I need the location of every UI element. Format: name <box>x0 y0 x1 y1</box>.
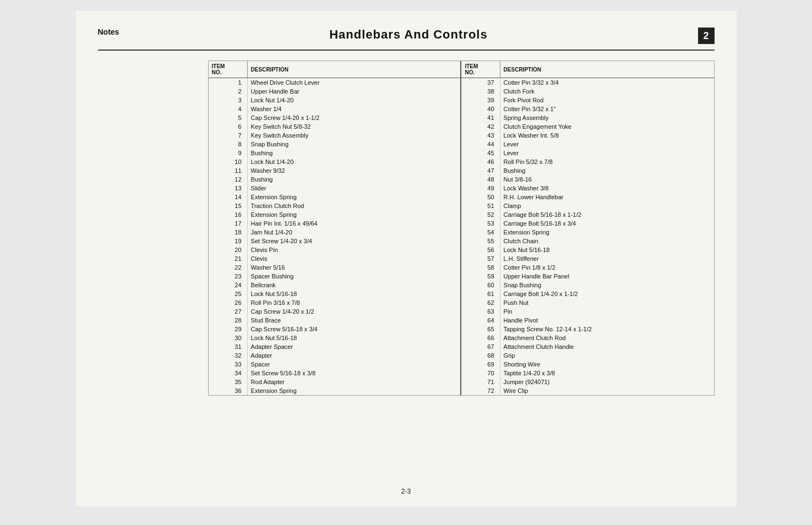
desc-right: Shorting Wire <box>500 360 713 369</box>
desc-left: Hair Pin Int. 1/16 x 49/64 <box>247 219 461 228</box>
item-no-left: 31 <box>209 342 248 351</box>
desc-right: Upper Handle Bar Panel <box>500 272 713 281</box>
col-description: DESCRIPTION <box>247 61 461 78</box>
table-row: 2 Upper Handle Bar 38 Clutch Fork <box>209 87 714 96</box>
desc-right: Roll Pin 5/32 x 7/8 <box>500 157 713 166</box>
item-no-right: 64 <box>461 316 500 325</box>
table-row: 22 Washer 5/16 58 Cotter Pin 1/8 x 1/2 <box>209 263 714 272</box>
desc-left: Slider <box>247 184 461 193</box>
desc-left: Adapter Spacer <box>247 342 461 351</box>
item-no-left: 11 <box>209 166 248 175</box>
table-row: 14 Extension Spring 50 R.H. Lower Handle… <box>209 193 714 201</box>
table-row: 24 Bellcrank 60 Snap Bushing <box>209 281 714 289</box>
item-no-left: 35 <box>209 378 248 386</box>
table-row: 36 Extension Spring 72 Wire Clip <box>209 386 714 395</box>
desc-right: Jumper (924071) <box>500 378 713 386</box>
desc-left: Lock Nut 5/16-18 <box>247 333 461 342</box>
item-no-right: 55 <box>461 237 500 245</box>
section-badge: 2 <box>698 28 715 44</box>
item-no-right: 44 <box>461 140 500 149</box>
desc-left: Cap Screw 5/16-18 x 3/4 <box>247 325 461 333</box>
page-title: Handlebars And Controls <box>119 28 697 42</box>
desc-left: Lock Nut 1/4-20 <box>247 96 461 105</box>
item-no-right: 48 <box>461 175 500 184</box>
item-no-right: 50 <box>461 193 500 201</box>
item-no-right: 60 <box>461 281 500 289</box>
desc-right: Clutch Engagement Yoke <box>500 122 713 131</box>
table-row: 13 Slider 49 Lock Washer 3/8 <box>209 184 714 193</box>
desc-right: Fork Pivot Rod <box>500 96 713 105</box>
table-row: 29 Cap Screw 5/16-18 x 3/4 65 Tapping Sc… <box>209 325 714 333</box>
item-no-left: 12 <box>209 175 248 184</box>
desc-right: Carriage Bolt 5/16-18 x 3/4 <box>500 219 713 228</box>
table-row: 19 Set Screw 1/4-20 x 3/4 55 Clutch Chai… <box>209 237 714 245</box>
desc-right: Nut 3/8-16 <box>500 175 713 184</box>
desc-right: Lock Washer Int. 5/8 <box>500 131 713 140</box>
item-no-right: 65 <box>461 325 500 333</box>
desc-right: Clutch Chain <box>500 237 713 245</box>
desc-left: Snap Bushing <box>247 140 461 149</box>
item-no-left: 6 <box>209 122 248 131</box>
desc-left: Lock Nut 1/4-20 <box>247 157 461 166</box>
desc-right: Lever <box>500 140 713 149</box>
desc-left: Rod Adapter <box>247 378 461 386</box>
left-notes <box>98 61 208 396</box>
item-no-left: 20 <box>209 245 248 254</box>
item-no-left: 16 <box>209 210 248 219</box>
item-no-left: 26 <box>209 298 248 307</box>
col-description-2: DESCRIPTION <box>500 61 713 78</box>
item-no-left: 27 <box>209 307 248 316</box>
desc-right: Lock Nut 5/16-18 <box>500 245 713 254</box>
item-no-right: 57 <box>461 254 500 263</box>
table-header-row: ITEMNO. DESCRIPTION ITEMNO. DESCRIPTION <box>209 61 714 78</box>
item-no-left: 15 <box>209 201 248 210</box>
page-header: Notes Handlebars And Controls 2 <box>98 28 715 51</box>
item-no-left: 36 <box>209 386 248 395</box>
desc-right: Cotter Pin 3/32 x 1" <box>500 105 713 113</box>
table-row: 23 Spacer Bushing 59 Upper Handle Bar Pa… <box>209 272 714 281</box>
table-row: 26 Roll Pin 3/16 x 7/8 62 Push Nut <box>209 298 714 307</box>
desc-left: Set Screw 5/16-18 x 3/8 <box>247 369 461 378</box>
desc-left: Upper Handle Bar <box>247 87 461 96</box>
desc-right: Wire Clip <box>500 386 713 395</box>
table-row: 1 Wheel Drive Clutch Lever 37 Cotter Pin… <box>209 78 714 88</box>
item-no-left: 17 <box>209 219 248 228</box>
desc-right: Clutch Fork <box>500 87 713 96</box>
table-row: 16 Extension Spring 52 Carriage Bolt 5/1… <box>209 210 714 219</box>
table-row: 25 Lock Nut 5/16-18 61 Carriage Bolt 1/4… <box>209 289 714 298</box>
item-no-right: 46 <box>461 157 500 166</box>
table-row: 8 Snap Bushing 44 Lever <box>209 140 714 149</box>
desc-left: Spacer <box>247 360 461 369</box>
item-no-left: 30 <box>209 333 248 342</box>
item-no-left: 29 <box>209 325 248 333</box>
desc-left: Extension Spring <box>247 210 461 219</box>
item-no-right: 40 <box>461 105 500 113</box>
desc-left: Washer 9/32 <box>247 166 461 175</box>
item-no-left: 13 <box>209 184 248 193</box>
item-no-left: 33 <box>209 360 248 369</box>
desc-right: L.H. Stiffener <box>500 254 713 263</box>
desc-right: Clamp <box>500 201 713 210</box>
table-row: 9 Bushing 45 Lever <box>209 149 714 157</box>
table-row: 35 Rod Adapter 71 Jumper (924071) <box>209 378 714 386</box>
page-footer: 2-3 <box>76 488 737 495</box>
col-item-no-2: ITEMNO. <box>461 61 500 78</box>
desc-left: Key Switch Assembly <box>247 131 461 140</box>
item-no-right: 53 <box>461 219 500 228</box>
desc-left: Bushing <box>247 175 461 184</box>
item-no-left: 10 <box>209 157 248 166</box>
item-no-right: 38 <box>461 87 500 96</box>
desc-left: Wheel Drive Clutch Lever <box>247 78 461 88</box>
item-no-left: 18 <box>209 228 248 237</box>
item-no-left: 23 <box>209 272 248 281</box>
table-row: 12 Bushing 48 Nut 3/8-16 <box>209 175 714 184</box>
desc-left: Cap Screw 1/4-20 x 1/2 <box>247 307 461 316</box>
table-row: 15 Traction Clutch Rod 51 Clamp <box>209 201 714 210</box>
item-no-right: 51 <box>461 201 500 210</box>
table-row: 5 Cap Screw 1/4-20 x 1-1/2 41 Spring Ass… <box>209 113 714 122</box>
item-no-left: 32 <box>209 351 248 360</box>
desc-left: Cap Screw 1/4-20 x 1-1/2 <box>247 113 461 122</box>
desc-right: Lever <box>500 149 713 157</box>
desc-left: Washer 5/16 <box>247 263 461 272</box>
table-row: 10 Lock Nut 1/4-20 46 Roll Pin 5/32 x 7/… <box>209 157 714 166</box>
